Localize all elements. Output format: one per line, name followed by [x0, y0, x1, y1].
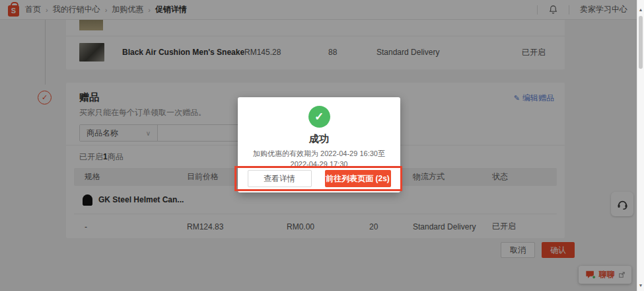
modal-actions: 查看详情 前往列表页面 (2s): [238, 170, 400, 187]
go-to-list-button[interactable]: 前往列表页面 (2s): [325, 170, 391, 187]
modal-title: 成功: [238, 133, 400, 146]
success-check-icon: ✓: [308, 106, 330, 128]
scroll-down-icon[interactable]: ▼: [637, 283, 644, 288]
seller-center-page: S 首页 › 我的行销中心 › 加购优惠 › 促销详情 卖家学习中心 ✓ Bla…: [0, 0, 644, 291]
scrollbar-thumb[interactable]: [639, 16, 643, 69]
success-modal: ✓ 成功 加购优惠的有效期为 2022-04-29 16:30至2022-04-…: [238, 97, 400, 192]
scroll-up-icon[interactable]: ▲: [637, 7, 644, 12]
view-details-button[interactable]: 查看详情: [248, 170, 312, 187]
scrollbar[interactable]: ▲ ▼: [637, 0, 644, 291]
modal-message: 加购优惠的有效期为 2022-04-29 16:30至2022-04-29 17…: [246, 149, 392, 170]
